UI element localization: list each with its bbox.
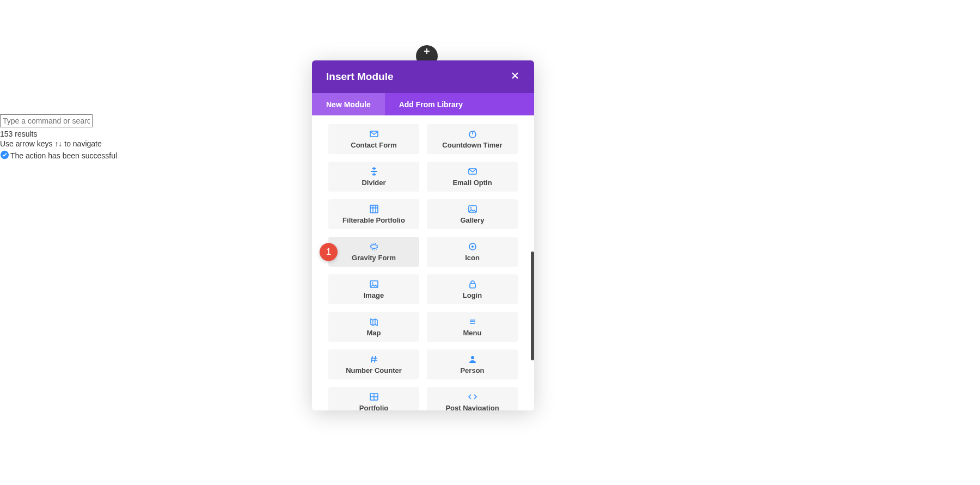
tab-new-module[interactable]: New Module (312, 93, 385, 115)
module-label: Countdown Timer (442, 141, 502, 149)
module-label: Gravity Form (352, 254, 396, 262)
module-label: Divider (362, 179, 385, 187)
module-login[interactable]: Login (427, 274, 518, 304)
module-label: Email Optin (452, 179, 492, 187)
check-circle-icon (0, 150, 9, 161)
scrollbar-thumb[interactable] (531, 251, 534, 360)
modal-header: Insert Module (312, 60, 534, 93)
modal-tabs: New Module Add From Library (312, 93, 534, 115)
module-label: Icon (465, 254, 480, 262)
image-icon (468, 204, 477, 214)
close-icon (510, 71, 520, 83)
module-post-navigation[interactable]: Post Navigation (427, 387, 518, 410)
mail-icon (369, 129, 379, 139)
module-label: Contact Form (351, 141, 397, 149)
module-label: Person (460, 366, 484, 375)
results-count: 153 results (0, 130, 117, 138)
menu-icon (468, 317, 477, 327)
gravity-icon (369, 242, 379, 251)
module-map[interactable]: Map (328, 312, 419, 342)
module-image[interactable]: Image (328, 274, 419, 304)
module-person[interactable]: Person (427, 349, 518, 379)
module-label: Login (463, 291, 482, 299)
module-countdown-timer[interactable]: Countdown Timer (427, 124, 518, 154)
modal-title: Insert Module (326, 71, 394, 83)
code-icon (468, 392, 477, 402)
module-filterable-portfolio[interactable]: Filterable Portfolio (328, 199, 419, 229)
target-icon (468, 242, 477, 251)
module-menu[interactable]: Menu (427, 312, 518, 342)
module-label: Map (367, 329, 381, 337)
hash-icon (369, 354, 379, 364)
module-label: Filterable Portfolio (342, 216, 405, 224)
module-portfolio[interactable]: Portfolio (328, 387, 419, 410)
cells-icon (369, 392, 379, 402)
module-label: Number Counter (346, 366, 402, 375)
module-icon[interactable]: Icon (427, 237, 518, 267)
divider-icon (369, 167, 379, 176)
person-icon (468, 354, 477, 364)
command-input[interactable] (0, 114, 93, 127)
step-badge: 1 (320, 243, 338, 261)
module-label: Image (364, 291, 384, 299)
module-label: Gallery (460, 216, 484, 224)
timer-icon (468, 129, 477, 139)
nav-hint: Use arrow keys ↑↓ to navigate (0, 139, 117, 148)
grid-icon (369, 204, 379, 214)
module-label: Post Navigation (445, 404, 499, 410)
module-label: Portfolio (359, 404, 388, 410)
status-text: The action has been successful (10, 151, 117, 160)
module-gravity-form[interactable]: Gravity Form1 (328, 237, 419, 267)
module-list: Contact FormCountdown TimerDividerEmail … (312, 115, 534, 410)
tab-add-from-library[interactable]: Add From Library (385, 93, 477, 115)
module-label: Menu (463, 329, 482, 337)
mail-icon (468, 167, 477, 176)
status-message: The action has been successful (0, 150, 117, 161)
image-icon (369, 279, 379, 289)
module-contact-form[interactable]: Contact Form (328, 124, 419, 154)
module-divider[interactable]: Divider (328, 162, 419, 192)
close-button[interactable] (510, 71, 520, 83)
insert-module-modal: Insert Module New Module Add From Librar… (312, 60, 534, 410)
lock-icon (468, 279, 477, 289)
module-number-counter[interactable]: Number Counter (328, 349, 419, 379)
command-palette: 153 results Use arrow keys ↑↓ to navigat… (0, 114, 117, 161)
map-icon (369, 317, 379, 327)
module-gallery[interactable]: Gallery (427, 199, 518, 229)
module-email-optin[interactable]: Email Optin (427, 162, 518, 192)
